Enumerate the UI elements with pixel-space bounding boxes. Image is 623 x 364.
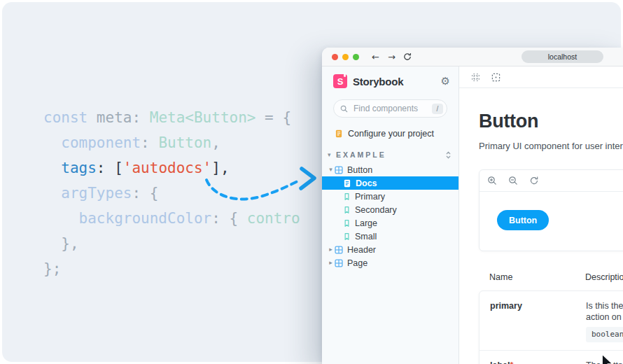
sidebar-item-label: Configure your project [348, 129, 434, 139]
sidebar-tree: ▾ Button Docs Primary Secondary Large Sm… [322, 163, 458, 270]
brand-title: Storybook [353, 76, 403, 88]
browser-window: ← → localhost S Storybook ⚙ / [322, 48, 623, 364]
gear-icon[interactable]: ⚙ [441, 76, 450, 87]
example-button[interactable]: Button [497, 210, 549, 230]
browser-titlebar: ← → localhost [322, 48, 623, 66]
expand-collapse-icon[interactable] [445, 150, 451, 160]
storybook-logo-icon: S [333, 74, 347, 88]
story-bookmark-icon [343, 219, 351, 227]
chevron-down-icon: ▾ [327, 167, 335, 173]
zoom-out-icon[interactable] [508, 176, 518, 186]
arg-name: primary [490, 301, 522, 311]
sidebar-item-configure-project[interactable]: Configure your project [335, 128, 434, 139]
page-title: Button [479, 111, 623, 132]
forward-icon[interactable]: → [388, 52, 396, 62]
document-icon [335, 130, 343, 138]
story-bookmark-icon [343, 192, 351, 201]
column-header-name: Name [489, 272, 512, 282]
zoom-reset-icon[interactable] [529, 176, 539, 186]
preview-pane: Button Primary UI component for user int… [459, 66, 623, 364]
outline-toggle-icon[interactable] [491, 73, 500, 82]
back-icon[interactable]: ← [372, 52, 379, 62]
sidebar-item-label: Header [347, 245, 376, 255]
search-icon [340, 105, 348, 113]
component-icon [335, 246, 343, 254]
sidebar-item-label: Secondary [355, 205, 397, 215]
sidebar-item-button[interactable]: ▾ Button [322, 163, 458, 176]
sidebar-item-secondary[interactable]: Secondary [322, 203, 458, 216]
story-bookmark-icon [343, 206, 351, 214]
search-input[interactable] [352, 103, 432, 114]
sidebar-item-primary[interactable]: Primary [322, 190, 458, 203]
zoom-window-button[interactable] [353, 54, 359, 60]
sidebar-item-label: Button [347, 165, 372, 175]
component-icon [335, 166, 343, 174]
sidebar-section-example[interactable]: ▾ EXAMPLE [328, 149, 451, 160]
sidebar-item-label: Docs [356, 178, 377, 188]
sidebar-item-header[interactable]: ▸ Header [322, 243, 458, 256]
sidebar-item-label: Page [347, 258, 368, 268]
arg-description: Is this the praction on thiboolean [586, 300, 623, 342]
chevron-right-icon: ▸ [327, 260, 335, 266]
code-snippet: const meta: Meta<Button> = { component: … [43, 105, 300, 281]
storybook-sidebar: S Storybook ⚙ / Configure y [322, 66, 459, 364]
grid-toggle-icon[interactable] [471, 73, 480, 82]
sidebar-item-label: Small [355, 232, 377, 241]
table-row-primary: primaryIs this the praction on thiboolea… [479, 291, 623, 351]
docs-page: Button Primary UI component for user int… [459, 88, 623, 364]
story-bookmark-icon [343, 232, 351, 241]
sidebar-item-page[interactable]: ▸ Page [322, 256, 458, 270]
address-bar[interactable]: localhost [522, 50, 603, 63]
story-preview-card: Button [479, 169, 623, 251]
args-table-header: Name Description [479, 272, 623, 286]
document-icon [343, 179, 351, 188]
sidebar-item-large[interactable]: Large [322, 216, 458, 230]
sidebar-header: S Storybook ⚙ [333, 74, 450, 89]
section-label: EXAMPLE [336, 150, 386, 159]
args-table: Name Description primaryIs this the prac… [479, 272, 623, 364]
story-canvas: Button [479, 192, 623, 251]
canvas-toolbar [459, 66, 623, 88]
close-window-button[interactable] [332, 54, 338, 60]
chevron-right-icon: ▸ [327, 246, 335, 253]
page-subtitle: Primary UI component for user interactio… [479, 141, 623, 151]
sidebar-item-small[interactable]: Small [322, 230, 458, 243]
component-icon [335, 259, 343, 267]
minimize-window-button[interactable] [342, 54, 349, 60]
zoom-in-icon[interactable] [487, 176, 497, 186]
shortcut-badge: / [432, 104, 443, 114]
preview-toolbar [479, 170, 623, 192]
required-asterisk: * [510, 360, 514, 364]
chevron-down-icon: ▾ [328, 152, 336, 158]
sidebar-item-docs[interactable]: Docs [322, 176, 458, 190]
search-box[interactable]: / [333, 99, 447, 118]
column-header-description: Description [585, 272, 623, 282]
sidebar-item-label: Large [355, 218, 377, 228]
reload-icon[interactable] [403, 52, 412, 61]
arg-name: label* [490, 360, 513, 364]
sidebar-item-label: Primary [355, 192, 385, 202]
mouse-cursor-icon [600, 354, 618, 364]
arg-type-badge: boolean [586, 327, 623, 342]
